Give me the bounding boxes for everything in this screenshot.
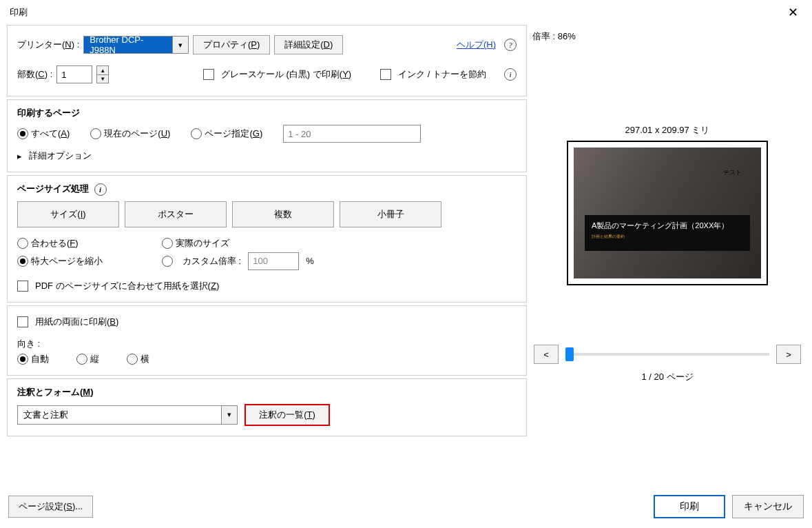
duplex-section: 用紙の両面に印刷(B) 向き : 自動 縦 横 xyxy=(7,305,527,376)
orient-landscape-radio[interactable] xyxy=(127,354,138,365)
pages-all-radio[interactable] xyxy=(17,128,28,139)
greyscale-checkbox[interactable] xyxy=(203,69,214,80)
shrink-radio[interactable] xyxy=(17,256,28,267)
page-slider[interactable] xyxy=(565,353,769,356)
printer-selected: Brother DCP-J988N xyxy=(83,36,172,54)
titlebar: 印刷 ✕ xyxy=(0,0,812,25)
advanced-settings-button[interactable]: 詳細設定(D) xyxy=(274,35,343,54)
match-pdf-label: PDF のページサイズに合わせて用紙を選択(Z) xyxy=(35,280,219,292)
help-link[interactable]: ヘルプ(H) xyxy=(457,39,496,51)
size-booklet-button[interactable]: 小冊子 xyxy=(340,201,441,227)
printer-section: プリンター(N) : Brother DCP-J988N プロパティ(P) 詳細… xyxy=(7,25,527,97)
orient-auto-radio[interactable] xyxy=(17,354,28,365)
duplex-label: 用紙の両面に印刷(B) xyxy=(35,316,118,328)
shrink-label: 特大ページを縮小 xyxy=(31,255,103,267)
greyscale-label: グレースケール (白黒) で印刷(Y) xyxy=(221,68,351,81)
preview-thumbnail: テスト A製品のマーケティング計画（20XX年） 計画と結果の要約 xyxy=(567,141,768,285)
custom-scale-input[interactable] xyxy=(248,252,299,270)
pages-range-label: ページ指定(G) xyxy=(205,128,262,140)
page-setup-button[interactable]: ページ設定(S)... xyxy=(8,496,93,518)
preview-subtitle: 計画と結果の要約 xyxy=(592,234,743,240)
window-title: 印刷 xyxy=(10,6,28,19)
printer-label: プリンター(N) : xyxy=(17,39,79,51)
preview-badge: テスト xyxy=(723,168,742,177)
pages-current-label: 現在のページ(U) xyxy=(104,128,170,140)
orient-auto-label: 自動 xyxy=(31,353,49,365)
comments-section: 注釈とフォーム(M) 文書と注釈 注釈の一覧(T) xyxy=(7,378,527,436)
percent-label: % xyxy=(306,256,314,266)
pages-all-label: すべて(A) xyxy=(31,128,70,140)
info-icon[interactable]: i xyxy=(94,183,107,196)
chevron-down-icon[interactable] xyxy=(221,405,238,425)
zoom-label: 倍率 : 86% xyxy=(530,25,805,48)
close-icon[interactable]: ✕ xyxy=(780,1,806,24)
duplex-checkbox[interactable] xyxy=(17,316,28,327)
orient-portrait-label: 縦 xyxy=(90,353,99,365)
prev-page-button[interactable]: < xyxy=(534,345,559,364)
match-pdf-checkbox[interactable] xyxy=(17,281,28,292)
copies-spinner[interactable]: ▲▼ xyxy=(96,65,109,83)
spinner-down-icon[interactable]: ▼ xyxy=(96,74,109,83)
cancel-button[interactable]: キャンセル xyxy=(732,495,804,518)
pages-heading: 印刷するページ xyxy=(17,107,517,119)
help-info-icon[interactable]: ? xyxy=(504,39,517,51)
chevron-down-icon[interactable] xyxy=(172,36,189,54)
orientation-label-row: 向き : xyxy=(17,338,517,350)
next-page-button[interactable]: > xyxy=(776,345,801,364)
size-multiple-button[interactable]: 複数 xyxy=(232,201,334,227)
spinner-up-icon[interactable]: ▲ xyxy=(96,65,109,74)
pages-section: 印刷するページ すべて(A) 現在のページ(U) ページ指定(G) xyxy=(7,99,527,172)
preview-pane: 倍率 : 86% 297.01 x 209.97 ミリ テスト A製品のマーケテ… xyxy=(530,25,805,485)
custom-label: カスタム倍率 : xyxy=(183,255,241,267)
print-button[interactable]: 印刷 xyxy=(654,495,725,518)
comments-list-button[interactable]: 注釈の一覧(T) xyxy=(244,404,330,426)
page-indicator: 1 / 20 ページ xyxy=(530,371,805,383)
size-size-button[interactable]: サイズ(I) xyxy=(17,201,119,227)
size-heading: ページサイズ処理 i xyxy=(17,183,517,196)
copies-label: 部数(C) : xyxy=(17,68,52,81)
save-ink-label: インク / トナーを節約 xyxy=(398,68,486,81)
slider-thumb[interactable] xyxy=(565,347,574,361)
actual-radio[interactable] xyxy=(162,238,173,249)
properties-button[interactable]: プロパティ(P) xyxy=(193,35,270,54)
orient-portrait-radio[interactable] xyxy=(76,354,87,365)
comments-combo[interactable]: 文書と注釈 xyxy=(17,405,221,425)
pages-current-radio[interactable] xyxy=(90,128,101,139)
save-ink-checkbox[interactable] xyxy=(380,69,391,80)
comments-heading: 注釈とフォーム(M) xyxy=(17,386,517,398)
preview-title: A製品のマーケティング計画（20XX年） xyxy=(592,221,743,231)
size-section: ページサイズ処理 i サイズ(I) ポスター 複数 小冊子 合わせる(F) 実際… xyxy=(7,175,527,303)
fit-radio[interactable] xyxy=(17,238,28,249)
pages-more-label: 詳細オプション xyxy=(29,150,92,162)
size-poster-button[interactable]: ポスター xyxy=(125,201,227,227)
printer-combo[interactable]: Brother DCP-J988N xyxy=(83,36,189,54)
actual-label: 実際のサイズ xyxy=(176,237,229,250)
fit-label: 合わせる(F) xyxy=(31,237,79,250)
pages-more-toggle[interactable]: 詳細オプション xyxy=(17,150,517,162)
info-icon[interactable]: i xyxy=(504,68,517,81)
pages-range-radio[interactable] xyxy=(191,128,202,139)
orient-landscape-label: 横 xyxy=(140,353,149,365)
pages-range-input[interactable] xyxy=(283,125,421,143)
paper-size-label: 297.01 x 209.97 ミリ xyxy=(530,124,805,136)
custom-radio[interactable] xyxy=(162,256,173,267)
copies-input[interactable] xyxy=(56,65,92,83)
